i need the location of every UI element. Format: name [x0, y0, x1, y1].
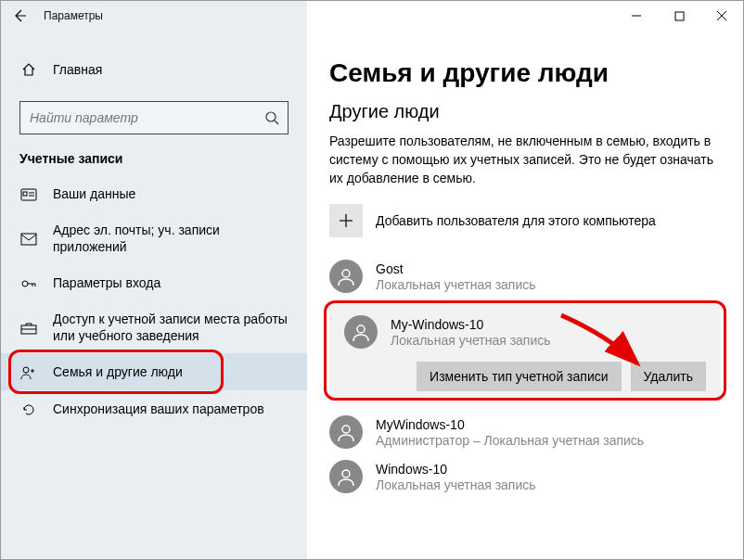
- main-content: Семья и другие люди Другие люди Разрешит…: [307, 31, 743, 559]
- home-icon: [19, 62, 38, 77]
- user-row[interactable]: My-Windows-10 Локальная учетная запись: [339, 312, 712, 356]
- svg-point-10: [342, 426, 350, 433]
- settings-window: Параметры Главная: [0, 0, 744, 560]
- arrow-left-icon: [12, 8, 27, 23]
- user-row-expanded: My-Windows-10 Локальная учетная запись И…: [329, 302, 721, 402]
- user-name: MyWindows-10: [376, 417, 644, 432]
- minimize-button[interactable]: [615, 1, 658, 31]
- sidebar: Главная Учетные записи Ваши данные А: [1, 31, 307, 559]
- sidebar-item-sync[interactable]: Синхронизация ваших параметров: [1, 390, 307, 427]
- key-icon: [19, 277, 38, 290]
- user-name: Windows-10: [376, 462, 536, 477]
- maximize-icon: [674, 11, 685, 21]
- search-icon: [263, 110, 280, 125]
- svg-point-8: [342, 270, 350, 277]
- svg-point-7: [23, 367, 29, 373]
- titlebar: Параметры: [1, 1, 743, 31]
- user-name: My-Windows-10: [391, 317, 551, 332]
- sidebar-item-signin-options[interactable]: Параметры входа: [1, 264, 307, 301]
- sync-icon: [19, 402, 38, 417]
- svg-rect-0: [675, 12, 684, 20]
- user-row[interactable]: Windows-10 Локальная учетная запись: [329, 454, 721, 499]
- section-title: Другие люди: [329, 101, 721, 122]
- user-row[interactable]: Gost Локальная учетная запись: [329, 254, 721, 299]
- avatar-icon: [329, 415, 363, 449]
- svg-point-5: [22, 281, 28, 286]
- avatar-icon: [329, 460, 363, 493]
- avatar-icon: [344, 315, 378, 349]
- sidebar-item-label: Синхронизация ваших параметров: [53, 401, 264, 417]
- home-label: Главная: [53, 62, 102, 77]
- svg-point-11: [342, 470, 350, 477]
- remove-button[interactable]: Удалить: [631, 362, 706, 391]
- user-row[interactable]: MyWindows-10 Администратор – Локальная у…: [329, 410, 721, 454]
- plus-icon: [329, 204, 363, 237]
- svg-point-1: [266, 112, 276, 121]
- sidebar-item-label: Адрес эл. почты; уч. записи приложений: [53, 222, 292, 255]
- people-icon: [19, 365, 38, 380]
- sidebar-item-work-access[interactable]: Доступ к учетной записи места работы или…: [1, 301, 307, 353]
- id-card-icon: [19, 188, 38, 201]
- back-button[interactable]: [1, 1, 38, 31]
- sidebar-item-label: Семья и другие люди: [53, 363, 183, 380]
- close-button[interactable]: [700, 1, 743, 31]
- user-type: Локальная учетная запись: [376, 477, 536, 492]
- briefcase-icon: [19, 322, 38, 335]
- sidebar-item-email-accounts[interactable]: Адрес эл. почты; уч. записи приложений: [1, 212, 307, 264]
- add-user-label: Добавить пользователя для этого компьюте…: [376, 213, 656, 228]
- svg-point-9: [357, 325, 365, 333]
- section-description: Разрешите пользователям, не включенным в…: [329, 132, 721, 187]
- maximize-button[interactable]: [658, 1, 700, 31]
- add-user-button[interactable]: Добавить пользователя для этого компьюте…: [329, 204, 721, 237]
- avatar-icon: [329, 260, 363, 293]
- close-icon: [716, 10, 727, 21]
- search-box[interactable]: [19, 101, 289, 134]
- user-type: Локальная учетная запись: [376, 277, 536, 292]
- user-type: Администратор – Локальная учетная запись: [376, 433, 644, 448]
- window-title: Параметры: [44, 9, 103, 22]
- page-title: Семья и другие люди: [329, 58, 721, 88]
- sidebar-item-your-info[interactable]: Ваши данные: [1, 175, 307, 212]
- sidebar-item-label: Параметры входа: [53, 274, 160, 291]
- mail-icon: [19, 233, 38, 246]
- svg-rect-4: [21, 234, 36, 245]
- sidebar-item-label: Доступ к учетной записи места работы или…: [53, 311, 292, 344]
- search-input[interactable]: [28, 109, 263, 126]
- user-type: Локальная учетная запись: [391, 333, 551, 348]
- sidebar-heading: Учетные записи: [19, 151, 289, 166]
- svg-rect-3: [23, 192, 27, 196]
- user-name: Gost: [376, 261, 536, 276]
- sidebar-item-label: Ваши данные: [53, 185, 135, 202]
- minimize-icon: [631, 10, 642, 21]
- home-nav[interactable]: Главная: [1, 53, 307, 101]
- change-account-type-button[interactable]: Изменить тип учетной записи: [417, 362, 621, 391]
- sidebar-item-family[interactable]: Семья и другие люди: [1, 353, 307, 390]
